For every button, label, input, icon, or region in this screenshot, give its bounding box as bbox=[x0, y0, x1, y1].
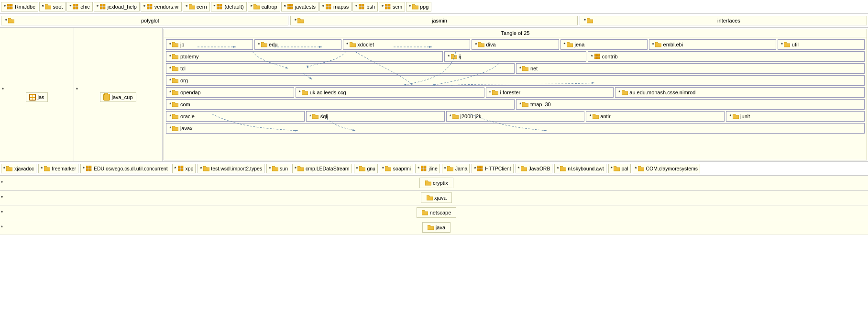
top-package-item[interactable]: * caltrop bbox=[248, 2, 280, 11]
top-package-item[interactable]: * bsh bbox=[352, 2, 378, 11]
bottom-package-item[interactable]: * Jama bbox=[442, 164, 470, 173]
star: * bbox=[450, 114, 451, 119]
top-package-item[interactable]: * ppg bbox=[406, 2, 431, 11]
star: * bbox=[382, 166, 384, 171]
star: * bbox=[729, 114, 731, 119]
bottom-package-item[interactable]: * xpp bbox=[172, 164, 196, 173]
top-package-item[interactable]: * RmiJdbc bbox=[1, 2, 38, 11]
package-label: xjavadoc bbox=[14, 166, 34, 171]
bottom-package-item[interactable]: * EDU.oswego.cs.dl.util.concurrent bbox=[80, 164, 170, 173]
single-package-node[interactable]: cryptix bbox=[419, 178, 453, 188]
tangle-row: * com* tmap_30 bbox=[166, 99, 865, 110]
bottom-package-item[interactable]: * jline bbox=[415, 164, 440, 173]
tangle-cell[interactable]: * contrib bbox=[588, 51, 865, 62]
tangle-cell[interactable]: * uk.ac.leeds.ccg bbox=[296, 87, 484, 98]
bottom-package-item[interactable]: * sun bbox=[266, 164, 290, 173]
star: * bbox=[83, 166, 85, 171]
bottom-package-item[interactable]: * freemarker bbox=[38, 164, 78, 173]
tangle-cell[interactable]: * jena bbox=[560, 39, 648, 50]
bottom-package-item[interactable]: * cmp.LEDataStream bbox=[292, 164, 352, 173]
star: * bbox=[295, 18, 297, 23]
single-package-node[interactable]: java bbox=[422, 222, 450, 233]
svg-rect-1 bbox=[10, 4, 12, 6]
tangle-cell[interactable]: * au.edu.monash.csse.nimrod bbox=[615, 87, 865, 98]
star: * bbox=[635, 166, 637, 171]
jas-node[interactable]: jas bbox=[26, 92, 47, 102]
tangle-cell[interactable]: * junit bbox=[726, 111, 865, 122]
second-package-row: * polyglot* jasmin* interfaces bbox=[0, 14, 868, 28]
top-package-item[interactable]: * soot bbox=[39, 2, 66, 11]
tangle-cell[interactable]: * jp bbox=[166, 39, 253, 50]
top-package-item[interactable]: * (default) bbox=[211, 2, 247, 11]
svg-rect-46 bbox=[181, 166, 183, 168]
bottom-package-item[interactable]: * nl.skybound.awt bbox=[554, 164, 606, 173]
star: * bbox=[169, 54, 171, 59]
package-label: soaprmi bbox=[393, 166, 411, 171]
tangle-cell[interactable]: * edu bbox=[254, 39, 341, 50]
svg-rect-2 bbox=[7, 7, 10, 9]
svg-rect-30 bbox=[359, 7, 361, 9]
tangle-cell[interactable]: * tmap_30 bbox=[516, 99, 865, 110]
tangle-cell[interactable]: * org bbox=[166, 75, 865, 86]
package-label: Jama bbox=[455, 166, 468, 171]
tangle-cell[interactable]: * i.forester bbox=[486, 87, 614, 98]
tangle-cell[interactable]: * antlr bbox=[586, 111, 725, 122]
bottom-package-item[interactable]: * HTTPClient bbox=[472, 164, 513, 173]
tangle-cell[interactable]: * tcl bbox=[166, 63, 515, 74]
tangle-cell[interactable]: * javax bbox=[166, 123, 865, 134]
top-package-item[interactable]: * scm bbox=[379, 2, 405, 11]
second-package-item[interactable]: * polyglot bbox=[1, 16, 288, 25]
tangle-row: * opendap* uk.ac.leeds.ccg* i.forester* … bbox=[166, 87, 865, 98]
java-cup-node[interactable]: java_cup bbox=[100, 92, 136, 102]
bottom-package-item[interactable]: * COM.claymoresystems bbox=[633, 164, 700, 173]
tangle-cell[interactable]: * oracle bbox=[166, 111, 305, 122]
tangle-cell[interactable]: * util bbox=[778, 39, 865, 50]
bottom-package-item[interactable]: * soaprmi bbox=[380, 164, 413, 173]
star: * bbox=[448, 54, 450, 59]
single-package-node[interactable]: netscape bbox=[417, 207, 457, 218]
bottom-package-item[interactable]: * JavaORB bbox=[516, 164, 553, 173]
top-package-item[interactable]: * chic bbox=[66, 2, 92, 11]
svg-rect-52 bbox=[424, 169, 426, 171]
top-package-item[interactable]: * jcxload_help bbox=[94, 2, 140, 11]
package-label: COM.claymoresystems bbox=[646, 166, 698, 171]
svg-rect-26 bbox=[326, 7, 328, 9]
tangle-cell[interactable]: * diva bbox=[472, 39, 559, 50]
tangle-cell[interactable]: * ptolemy bbox=[166, 51, 443, 62]
tangle-cell[interactable]: * com bbox=[166, 99, 515, 110]
tangle-cell[interactable]: * j2000.j2k bbox=[446, 111, 585, 122]
svg-rect-27 bbox=[329, 7, 331, 9]
tangle-cell[interactable]: * xdoclet bbox=[343, 39, 470, 50]
svg-rect-45 bbox=[178, 166, 180, 168]
cell-label: ij bbox=[459, 54, 461, 59]
top-package-item[interactable]: * javatests bbox=[281, 2, 319, 11]
package-label: freemarker bbox=[52, 166, 76, 171]
bottom-package-item[interactable]: * test.wsdl.import2.types bbox=[198, 164, 264, 173]
tangle-cell[interactable]: * ij bbox=[444, 51, 586, 62]
tangle-cell[interactable]: * opendap bbox=[166, 87, 294, 98]
star: * bbox=[69, 4, 71, 10]
package-label: chic bbox=[80, 4, 90, 10]
svg-rect-56 bbox=[480, 169, 483, 171]
package-label: HTTPClient bbox=[485, 166, 511, 171]
single-package-node[interactable]: xjava bbox=[421, 192, 452, 203]
java-cup-panel: * java_cup bbox=[74, 28, 163, 161]
svg-rect-50 bbox=[424, 166, 426, 168]
top-package-item[interactable]: * vendors.vr bbox=[141, 2, 182, 11]
package-label: scm bbox=[393, 4, 402, 10]
bottom-package-item[interactable]: * pal bbox=[608, 164, 631, 173]
tangle-cell[interactable]: * net bbox=[516, 63, 865, 74]
top-package-item[interactable]: * cern bbox=[183, 2, 209, 11]
tangle-cell[interactable]: * sqlj bbox=[306, 111, 445, 122]
top-package-item[interactable]: * mapss bbox=[319, 2, 352, 11]
star: * bbox=[251, 4, 253, 10]
bottom-package-item[interactable]: * gnu bbox=[354, 164, 378, 173]
bottom-package-item[interactable]: * xjavadoc bbox=[1, 164, 36, 173]
star: * bbox=[309, 114, 311, 119]
star: * bbox=[1, 225, 3, 230]
tangle-cell[interactable]: * embl.ebi bbox=[649, 39, 776, 50]
second-package-item[interactable]: * jasmin bbox=[290, 16, 578, 25]
second-package-item[interactable]: * interfaces bbox=[580, 16, 867, 25]
star: * bbox=[322, 4, 324, 10]
svg-rect-7 bbox=[76, 7, 78, 9]
